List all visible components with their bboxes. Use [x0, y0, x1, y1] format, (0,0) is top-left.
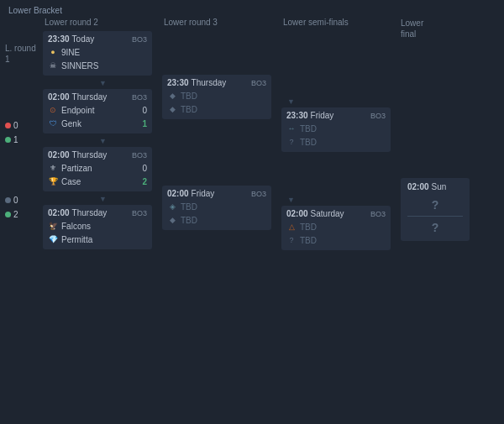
lf-tbd1-name: ?	[432, 198, 439, 212]
col-l3-header: Lower round 3	[162, 18, 276, 27]
lsf2-tbd-icon-2: ?	[286, 235, 297, 245]
match-l2-1-format: BO3	[132, 35, 147, 44]
match-lsf-1-time: 23:30	[286, 111, 308, 120]
team-sinners-name: SINNERS	[61, 61, 98, 71]
match-lf-header: 02:00 Sun	[407, 182, 463, 191]
match-lsf-1-format: BO3	[370, 112, 386, 120]
arrow-lsf-2: ▼	[287, 196, 396, 204]
seed-row: 2	[5, 207, 40, 222]
match-lsf-2-day: Saturday	[311, 209, 344, 218]
team-endpoint-row: ⊙ Endpoint 0	[48, 103, 147, 117]
match-l2-4: 02:00 Thursday BO3 🦅 Falcons 💎 Permitta	[43, 205, 152, 249]
match-l2-4-format: BO3	[132, 209, 147, 217]
match-l2-3-day: Thursday	[72, 150, 108, 160]
team-case-name: Case	[61, 177, 81, 186]
match-l2-2-day: Thursday	[72, 92, 108, 102]
9ine-icon: ●	[48, 47, 58, 57]
seed-row: 0	[5, 118, 40, 133]
match-l3-1-day: Thursday	[192, 78, 227, 87]
lsf2-tbd-icon-1: △	[286, 222, 297, 232]
team-sinners-row: ☠ SINNERS	[48, 59, 147, 72]
match-l2-2-format: BO3	[132, 93, 147, 102]
team-9ine-name: 9INE	[61, 48, 80, 57]
col-lower-final: Lower final 02:00 Sun ? ?	[398, 18, 474, 254]
match-lf-day: Sun	[432, 182, 447, 191]
case-icon: 🏆	[48, 176, 58, 186]
falcons-icon: 🦅	[48, 221, 58, 231]
match-l2-1-day: Today	[72, 34, 95, 44]
col-lsf-header: Lower semi-finals	[281, 18, 396, 27]
match-lsf-2-time: 02:00	[286, 209, 308, 218]
arrow-1: ▼	[49, 79, 157, 87]
l3-1-tbd2-name: TBD	[181, 105, 197, 114]
seed-row: 1	[5, 133, 40, 147]
score-genk: 1	[142, 119, 147, 128]
match-l2-1: 23:30 Today BO3 ● 9INE ☠ SINNERS	[43, 31, 152, 76]
dot-gray-icon	[5, 197, 11, 203]
bracket-area: L. round 1 0 1 0	[0, 16, 504, 257]
match-l3-2-time: 02:00	[167, 189, 189, 198]
match-l3-1-format: BO3	[251, 79, 266, 87]
genk-icon: 🛡	[48, 118, 58, 128]
lf-divider	[407, 216, 463, 217]
tbd-icon-1: ◆	[167, 91, 177, 101]
lsf1-tbd-icon-1: ↔	[286, 123, 297, 133]
team-9ine-row: ● 9INE	[48, 45, 147, 59]
match-l2-1-time: 23:30	[48, 34, 70, 44]
arrow-2: ▼	[49, 137, 157, 145]
match-lf-time: 02:00	[407, 182, 429, 191]
seed-row: 0	[5, 193, 40, 207]
lsf2-tbd2-name: TBD	[300, 236, 317, 245]
match-lsf-1-day: Friday	[311, 111, 334, 120]
match-l2-2: 02:00 Thursday BO3 ⊙ Endpoint 0 🛡 Genk 1	[43, 89, 152, 133]
lf-tbd2-name: ?	[432, 221, 439, 234]
col-l1-header: L. round 1	[5, 43, 40, 65]
match-lsf-2-header: 02:00 Saturday BO3	[286, 209, 386, 218]
seed-group-3: 0 2	[5, 193, 40, 222]
seed-column: L. round 1 0 1 0	[3, 18, 40, 254]
match-l2-1-header: 23:30 Today BO3	[48, 34, 147, 44]
lf-team2-row: ?	[407, 218, 463, 237]
team-falcons-name: Falcons	[61, 222, 91, 231]
tbd-icon-4: ◆	[167, 215, 177, 225]
team-genk-row: 🛡 Genk 1	[48, 117, 147, 130]
section-title: Lower Bracket	[0, 3, 504, 16]
partizan-icon: ⚜	[48, 163, 58, 173]
seed-num: 2	[13, 210, 18, 219]
match-l3-1: 23:30 Thursday BO3 ◆ TBD ◆ TBD	[162, 75, 271, 119]
dot-red-icon	[5, 123, 11, 128]
lsf2-team1-row: △ TBD	[286, 220, 386, 233]
col-lf-header: Lower final	[401, 18, 471, 39]
team-partizan-row: ⚜ Partizan 0	[48, 161, 147, 175]
match-l3-2-header: 02:00 Friday BO3	[167, 189, 266, 198]
match-l3-1-header: 23:30 Thursday BO3	[167, 78, 266, 87]
lsf1-tbd2-name: TBD	[300, 138, 317, 147]
match-l2-3-format: BO3	[132, 151, 147, 160]
l3-1-tbd1-name: TBD	[181, 92, 197, 101]
seed-num: 0	[13, 196, 18, 205]
seed-num: 1	[13, 135, 18, 144]
match-l3-2: 02:00 Friday BO3 ◈ TBD ◆ TBD	[162, 186, 271, 230]
score-case: 2	[142, 177, 147, 186]
lsf2-tbd1-name: TBD	[300, 222, 317, 232]
match-lsf-1-header: 23:30 Friday BO3	[286, 111, 386, 120]
seed-num: 0	[13, 121, 18, 130]
score-partizan: 0	[142, 164, 147, 173]
lsf1-tbd1-name: TBD	[300, 124, 317, 133]
tbd-icon-3: ◈	[167, 202, 177, 212]
tbd-icon-2: ◆	[167, 104, 177, 114]
seed-group-2: 0 1	[5, 118, 40, 147]
match-l2-4-time: 02:00	[48, 208, 70, 217]
lsf1-team2-row: ? TBD	[286, 135, 386, 149]
match-lsf-1: 23:30 Friday BO3 ↔ TBD ? TBD	[281, 107, 391, 152]
arrow-3: ▼	[49, 195, 157, 203]
l3-2-team1-row: ◈ TBD	[167, 200, 266, 213]
lsf1-team1-row: ↔ TBD	[286, 122, 386, 135]
match-lf: 02:00 Sun ? ?	[401, 178, 470, 241]
arrow-lsf-1: ▼	[287, 97, 396, 106]
lf-team1-row: ?	[407, 196, 463, 214]
col-l2-header: Lower round 2	[43, 18, 157, 27]
l3-2-team2-row: ◆ TBD	[167, 213, 266, 227]
dot-green-icon	[5, 212, 11, 217]
team-genk-name: Genk	[61, 119, 81, 128]
